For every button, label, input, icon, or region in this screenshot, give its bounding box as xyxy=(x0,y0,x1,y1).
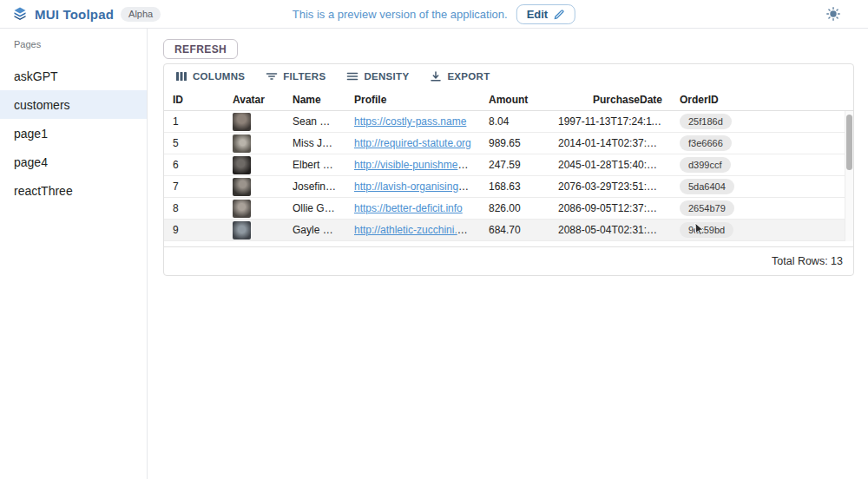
columns-button[interactable]: COLUMNS xyxy=(172,68,248,85)
orderid-chip: 9dc59bd xyxy=(680,222,733,238)
profile-link[interactable]: http://lavish-organising.name xyxy=(354,180,480,193)
sidebar-item-customers[interactable]: customers xyxy=(0,90,147,119)
cell-name: Miss Juan … xyxy=(284,137,345,149)
orderid-chip: 25f186d xyxy=(680,114,732,129)
sidebar-item-page4[interactable]: page4 xyxy=(0,148,147,176)
density-button[interactable]: DENSITY xyxy=(343,68,412,85)
table-row[interactable]: 5 Miss Juan … http://required-statute.or… xyxy=(164,133,853,154)
profile-link[interactable]: http://required-statute.org xyxy=(354,137,471,149)
data-grid-toolbar: COLUMNS FILTERS DENSITY xyxy=(164,64,853,89)
avatar xyxy=(233,135,251,153)
orderid-chip: 5da6404 xyxy=(680,179,734,194)
sidebar-section-label: Pages xyxy=(0,39,147,49)
edit-button[interactable]: Edit xyxy=(516,4,576,24)
cell-orderid: 25f186d xyxy=(671,114,758,129)
filters-button-label: FILTERS xyxy=(283,71,326,82)
sidebar-item-label: page4 xyxy=(14,155,48,169)
cell-avatar xyxy=(224,221,284,240)
cell-profile: http://visible-punishment.net xyxy=(345,159,480,171)
column-header-id[interactable]: ID xyxy=(164,94,224,106)
profile-link[interactable]: https://better-deficit.info xyxy=(354,202,463,214)
cell-amount: 247.59 xyxy=(480,159,549,171)
cell-profile: http://athletic-zucchini.org xyxy=(345,224,480,236)
column-header-purchasedate[interactable]: PurchaseDate xyxy=(549,94,671,106)
data-grid: COLUMNS FILTERS DENSITY xyxy=(163,63,854,276)
layers-icon xyxy=(12,6,28,22)
export-button[interactable]: EXPORT xyxy=(426,68,493,85)
data-grid-header-row: ID Avatar Name Profile Amount PurchaseDa… xyxy=(164,89,853,111)
avatar xyxy=(233,113,251,131)
table-row[interactable]: 1 Sean Harris https://costly-pass.name 8… xyxy=(164,111,853,133)
cell-profile: http://required-statute.org xyxy=(345,137,480,149)
cell-profile: https://costly-pass.name xyxy=(345,115,480,128)
cell-id: 5 xyxy=(164,137,224,149)
scrollbar-thumb[interactable] xyxy=(846,115,852,170)
cell-purchasedate: 2045-01-28T15:40:06.325Z xyxy=(549,159,671,171)
cell-purchasedate: 1997-11-13T17:24:11.769Z xyxy=(549,115,671,128)
cell-amount: 989.65 xyxy=(480,137,549,149)
profile-link[interactable]: https://costly-pass.name xyxy=(354,115,466,128)
avatar xyxy=(233,178,251,196)
cell-purchasedate: 2014-01-14T02:37:28.536Z xyxy=(549,137,671,149)
table-row[interactable]: 9 Gayle Den… http://athletic-zucchini.or… xyxy=(164,220,853,241)
cell-amount: 826.00 xyxy=(480,202,549,214)
profile-link[interactable]: http://visible-punishment.net xyxy=(354,159,480,171)
sidebar-item-label: customers xyxy=(14,98,70,112)
cell-name: Ollie Green… xyxy=(284,202,345,214)
cell-amount: 684.70 xyxy=(480,224,549,236)
view-columns-icon xyxy=(175,70,187,82)
cell-name: Josefina P… xyxy=(284,180,345,193)
cell-profile: http://lavish-organising.name xyxy=(345,180,480,193)
cell-name: Elbert McL… xyxy=(284,159,345,171)
sidebar-item-label: reactThree xyxy=(14,184,73,198)
sidebar-item-label: page1 xyxy=(14,127,48,141)
cell-purchasedate: 2076-03-29T23:51:07.968Z xyxy=(549,180,671,193)
profile-link[interactable]: http://athletic-zucchini.org xyxy=(354,224,472,236)
vertical-scrollbar[interactable] xyxy=(845,111,853,241)
cell-purchasedate: 2086-09-05T12:37:27.015Z xyxy=(549,202,671,214)
cell-orderid: 2654b79 xyxy=(671,200,758,216)
cell-avatar xyxy=(224,135,284,153)
avatar xyxy=(233,156,251,174)
cell-id: 6 xyxy=(164,159,224,171)
cell-amount: 8.04 xyxy=(480,115,549,128)
orderid-chip: 2654b79 xyxy=(680,200,734,216)
app-brand: MUI Toolpad Alpha xyxy=(12,6,161,22)
cell-avatar xyxy=(224,156,284,174)
cell-id: 8 xyxy=(164,202,224,214)
sidebar-item-reactthree[interactable]: reactThree xyxy=(0,176,147,205)
cell-orderid: d399ccf xyxy=(671,157,758,173)
cell-id: 1 xyxy=(164,115,224,128)
page-content: REFRESH COLUMNS FILTERS xyxy=(148,29,868,479)
sidebar-item-askgpt[interactable]: askGPT xyxy=(0,62,147,90)
column-header-avatar[interactable]: Avatar xyxy=(224,94,284,106)
preview-banner-text: This is a preview version of the applica… xyxy=(293,8,508,21)
total-rows-label: Total Rows: 13 xyxy=(772,255,843,267)
orderid-chip: d399ccf xyxy=(680,157,731,173)
sun-icon xyxy=(826,7,840,21)
cell-avatar xyxy=(224,113,284,131)
column-header-amount[interactable]: Amount xyxy=(480,94,549,106)
sidebar-item-page1[interactable]: page1 xyxy=(0,119,147,148)
table-row[interactable]: 7 Josefina P… http://lavish-organising.n… xyxy=(164,176,853,198)
pencil-icon xyxy=(554,9,565,20)
filters-button[interactable]: FILTERS xyxy=(262,68,329,85)
cell-id: 7 xyxy=(164,180,224,193)
cell-name: Gayle Den… xyxy=(284,224,345,236)
table-row[interactable]: 6 Elbert McL… http://visible-punishment.… xyxy=(164,154,853,176)
filter-icon xyxy=(266,70,278,82)
sidebar-item-label: askGPT xyxy=(14,69,58,83)
alpha-badge: Alpha xyxy=(121,7,161,22)
data-grid-rows: 1 Sean Harris https://costly-pass.name 8… xyxy=(164,111,853,241)
theme-toggle-button[interactable] xyxy=(823,3,844,24)
column-header-name[interactable]: Name xyxy=(284,94,345,106)
app-bar: MUI Toolpad Alpha This is a preview vers… xyxy=(0,0,868,29)
table-row[interactable]: 8 Ollie Green… https://better-deficit.in… xyxy=(164,198,853,220)
refresh-button[interactable]: REFRESH xyxy=(163,39,238,59)
cell-orderid: f3e6666 xyxy=(671,135,758,151)
column-header-profile[interactable]: Profile xyxy=(345,94,480,106)
download-icon xyxy=(430,70,442,82)
export-button-label: EXPORT xyxy=(447,71,490,82)
column-header-orderid[interactable]: OrderID xyxy=(671,94,758,106)
cell-orderid: 5da6404 xyxy=(671,179,758,194)
